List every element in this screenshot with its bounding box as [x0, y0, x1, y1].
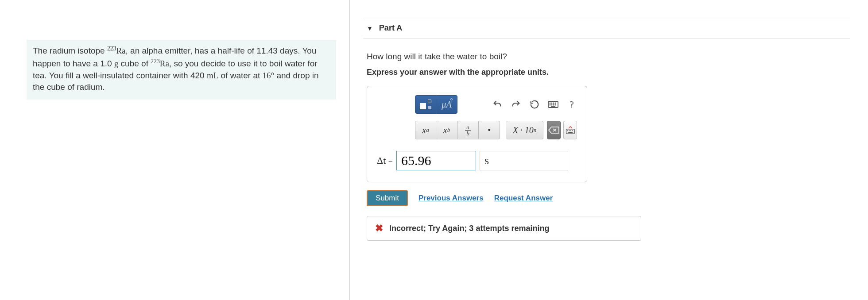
reset-icon[interactable]	[529, 99, 540, 110]
svg-point-4	[555, 103, 555, 103]
isotope-symbol-2: Ra	[160, 59, 169, 68]
action-row: Submit Previous Answers Request Answer	[367, 190, 847, 206]
previous-answers-link[interactable]: Previous Answers	[418, 194, 484, 203]
toolbar-row-1: μA ?	[377, 95, 577, 114]
svg-point-5	[550, 104, 550, 105]
svg-point-6	[551, 104, 552, 105]
instruction-text: Express your answer with the appropriate…	[367, 68, 847, 77]
isotope-mass-2: 223	[151, 58, 160, 65]
answer-input-row: Δt =	[377, 151, 577, 170]
superscript-button[interactable]: xa	[415, 121, 436, 139]
request-answer-link[interactable]: Request Answer	[494, 194, 553, 203]
dot-button[interactable]: •	[479, 121, 500, 139]
backspace-icon	[548, 126, 560, 134]
submit-button[interactable]: Submit	[367, 190, 408, 206]
answer-input-box: μA ?	[367, 86, 587, 182]
subscript-button[interactable]: xb	[436, 121, 457, 139]
keyboard-icon[interactable]	[548, 99, 558, 110]
isotope-mass-1: 223	[107, 45, 116, 52]
units-icon: μA	[442, 100, 451, 110]
keyboard-toggle-button[interactable]	[563, 121, 577, 139]
help-icon[interactable]: ?	[566, 99, 577, 110]
text: cube of	[118, 59, 151, 68]
template-icon	[420, 100, 431, 109]
fraction-button[interactable]: ab	[457, 121, 479, 139]
toolbar-row-2: xa xb ab • X · 10n	[377, 121, 577, 139]
template-button[interactable]	[415, 95, 436, 114]
unit-ml: mL	[207, 71, 218, 80]
svg-point-16	[572, 131, 572, 131]
unit-g: g	[114, 59, 119, 68]
feedback-box: ✖ Incorrect; Try Again; 3 attempts remai…	[367, 216, 641, 241]
svg-point-1	[550, 103, 550, 103]
text: of water at	[218, 71, 262, 80]
svg-point-13	[567, 131, 568, 131]
svg-point-2	[551, 103, 552, 103]
units-button[interactable]: μA	[436, 95, 457, 114]
incorrect-icon: ✖	[375, 223, 383, 234]
redo-icon[interactable]	[511, 99, 521, 110]
problem-statement: The radium isotope 223Ra, an alpha emitt…	[27, 40, 336, 100]
text: The radium isotope	[33, 46, 107, 55]
value-input[interactable]	[396, 151, 476, 170]
answer-panel: ▼ Part A How long will it take the water…	[350, 0, 868, 300]
caret-down-icon: ▼	[367, 25, 373, 32]
part-header[interactable]: ▼ Part A	[363, 18, 850, 38]
undo-icon[interactable]	[492, 99, 503, 110]
svg-rect-12	[566, 129, 574, 134]
keyboard-small-icon	[566, 129, 575, 134]
svg-point-8	[555, 104, 555, 105]
unit-input[interactable]	[480, 151, 568, 170]
part-body: How long will it take the water to boil?…	[363, 38, 850, 244]
backspace-button[interactable]	[547, 121, 561, 139]
problem-panel: The radium isotope 223Ra, an alpha emitt…	[0, 0, 350, 300]
svg-point-7	[553, 104, 554, 105]
svg-point-14	[569, 131, 570, 131]
part-label: Part A	[379, 23, 402, 33]
temperature: 16°	[263, 71, 275, 80]
svg-point-3	[553, 103, 554, 103]
variable-label: Δt =	[377, 155, 393, 166]
svg-point-15	[570, 131, 571, 131]
question-text: How long will it take the water to boil?	[367, 52, 847, 62]
isotope-symbol-1: Ra	[116, 46, 125, 55]
scientific-button[interactable]: X · 10n	[506, 121, 543, 139]
feedback-text: Incorrect; Try Again; 3 attempts remaini…	[389, 224, 549, 233]
